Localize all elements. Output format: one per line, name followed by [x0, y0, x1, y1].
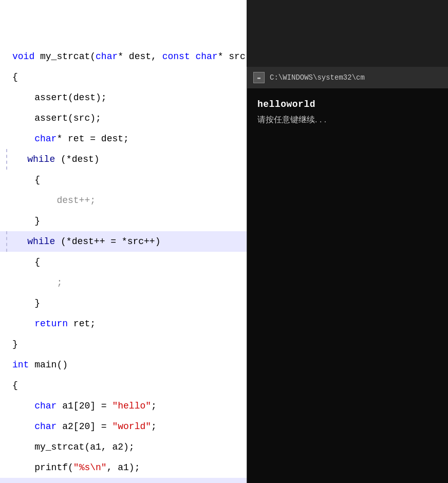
- code-line: {: [0, 252, 247, 272]
- terminal-title: C:\WINDOWS\system32\cm: [270, 73, 365, 82]
- code-text: printf("%s\n", a1);: [12, 457, 140, 478]
- code-line: while (*dest++ = *src++): [0, 231, 247, 252]
- code-line: return ret;: [0, 313, 247, 334]
- terminal-output-line1: helloworld: [257, 97, 438, 113]
- code-line: printf("%s\n", a1);: [0, 457, 247, 478]
- code-line: assert(src);: [0, 108, 247, 128]
- code-text: }: [12, 211, 40, 231]
- code-text: assert(dest);: [12, 87, 107, 108]
- code-line: }: [0, 293, 247, 313]
- code-text: return 0;: [12, 478, 84, 483]
- code-text: {: [12, 375, 18, 396]
- code-text: char a2[20] = "world";: [12, 416, 157, 437]
- code-line: }: [0, 334, 247, 355]
- code-line: return 0;: [0, 478, 247, 483]
- code-line: {: [0, 170, 247, 190]
- code-text: return ret;: [12, 313, 96, 334]
- gutter-marker: [0, 231, 7, 252]
- code-text: {: [12, 252, 40, 272]
- code-text: {: [12, 170, 40, 190]
- terminal-titlebar: C:\WINDOWS\system32\cm: [247, 67, 448, 88]
- code-line: my_strcat(a1, a2);: [0, 437, 247, 457]
- code-content: void my_strcat(char* dest, const char* s…: [0, 0, 247, 483]
- code-text: int main(): [12, 355, 68, 375]
- code-text: ;: [12, 272, 62, 293]
- code-line: dest++;: [0, 190, 247, 211]
- code-line: assert(dest);: [0, 87, 247, 108]
- code-text: {: [12, 67, 18, 87]
- terminal-body: helloworld 请按任意键继续. . .: [247, 88, 448, 135]
- terminal-window: C:\WINDOWS\system32\cm helloworld 请按任意键继…: [247, 67, 448, 483]
- terminal-icon: [253, 72, 265, 83]
- code-text: while (*dest): [5, 149, 100, 170]
- terminal-output-line2: 请按任意键继续. . .: [257, 113, 438, 126]
- code-line: int main(): [0, 355, 247, 375]
- code-text: void my_strcat(char* dest, const char* s…: [12, 46, 247, 67]
- code-line: {: [0, 67, 247, 87]
- code-text: my_strcat(a1, a2);: [12, 437, 135, 457]
- code-line: while (*dest): [0, 149, 247, 170]
- code-text: dest++;: [12, 190, 96, 211]
- code-line: char a2[20] = "world";: [0, 416, 247, 437]
- code-text: }: [12, 293, 40, 313]
- code-text: assert(src);: [12, 108, 101, 128]
- code-text: char* ret = dest;: [12, 128, 129, 149]
- code-line: char a1[20] = "hello";: [0, 396, 247, 416]
- code-line: }: [0, 211, 247, 231]
- code-line: char* ret = dest;: [0, 128, 247, 149]
- code-line: void my_strcat(char* dest, const char* s…: [0, 46, 247, 67]
- code-line: ;: [0, 272, 247, 293]
- gutter-marker: [0, 149, 7, 170]
- code-text: }: [12, 334, 18, 355]
- code-editor: void my_strcat(char* dest, const char* s…: [0, 0, 247, 483]
- code-text: while (*dest++ = *src++): [5, 231, 160, 252]
- code-text: char a1[20] = "hello";: [12, 396, 157, 416]
- code-line: {: [0, 375, 247, 396]
